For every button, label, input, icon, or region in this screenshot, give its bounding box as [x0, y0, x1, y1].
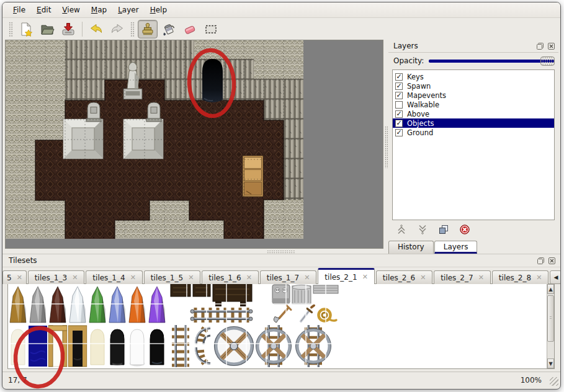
tile-crystal-darkbrown[interactable]	[50, 287, 66, 323]
tileset-tab[interactable]: tiles_1_3 ✕	[28, 270, 85, 284]
tab-close-icon[interactable]: ✕	[362, 273, 368, 281]
window-resize-grip[interactable]	[550, 377, 558, 386]
tab-close-icon[interactable]: ✕	[72, 274, 78, 282]
tile-rail-corner[interactable]	[195, 327, 210, 364]
tile-arch-faint[interactable]	[11, 329, 25, 365]
horizontal-splitter[interactable]	[5, 249, 383, 254]
tab-close-icon[interactable]: ✕	[17, 274, 22, 282]
tab-close-icon[interactable]: ✕	[478, 274, 484, 282]
tab-scroll-left-button[interactable]: ◀	[550, 270, 561, 284]
tile-skull-pillar[interactable]	[272, 285, 290, 304]
tile-crystal-purple[interactable]	[149, 287, 165, 323]
layer-checkbox[interactable]: ✓	[395, 129, 403, 136]
undo-button[interactable]	[86, 20, 106, 38]
scrollbar-thumb[interactable]	[547, 295, 554, 342]
scroll-down-button[interactable]: ▼	[547, 359, 554, 368]
tileset-tab[interactable]: tiles_1_6 ✕	[202, 270, 259, 284]
tile-doorframe-light[interactable]	[48, 326, 67, 367]
scroll-up-button[interactable]: ▲	[547, 284, 554, 294]
eraser-tool-button[interactable]	[180, 20, 200, 38]
tab-close-icon[interactable]: ✕	[536, 274, 542, 282]
close-panel-button[interactable]	[547, 42, 556, 50]
float-panel-button[interactable]	[535, 42, 545, 50]
opacity-slider-handle[interactable]	[540, 56, 555, 66]
raise-layer-button[interactable]	[395, 223, 408, 236]
map-view[interactable]	[5, 40, 383, 249]
tileset-tab[interactable]: 5 ✕	[2, 270, 27, 284]
menu-layer[interactable]: Layer	[112, 4, 144, 16]
tileset-canvas[interactable]	[8, 284, 547, 368]
tileset-tab-selected[interactable]: tiles_2_1 ✕	[318, 268, 375, 284]
layer-checkbox[interactable]: ✓	[395, 120, 403, 127]
menu-edit[interactable]: Edit	[31, 4, 56, 16]
tile-selected-blue[interactable]	[29, 326, 47, 367]
tile-wood-platforms[interactable]	[171, 284, 252, 306]
tile-rope-coil[interactable]	[319, 310, 337, 321]
open-button[interactable]	[37, 20, 57, 38]
stamp-tool-button[interactable]	[138, 20, 158, 38]
tileset-scrollbar[interactable]: ▲ ▼	[547, 284, 554, 368]
layer-row-spawn[interactable]: ✓ Spawn	[393, 81, 554, 91]
menu-view[interactable]: View	[56, 4, 85, 16]
tile-arch-white[interactable]	[130, 329, 145, 367]
toolbar-drag-handle[interactable]	[9, 22, 13, 37]
menu-map[interactable]: Map	[86, 4, 112, 16]
tile-crystal-blue[interactable]	[109, 287, 125, 323]
new-file-button[interactable]	[16, 20, 36, 38]
tile-doorframe-dark[interactable]	[68, 326, 87, 367]
tileset-tab[interactable]: tiles_2_6 ✕	[376, 270, 433, 284]
tile-arch-black-1[interactable]	[110, 329, 124, 365]
tile-shovel[interactable]	[274, 306, 291, 323]
lower-layer-button[interactable]	[416, 223, 429, 236]
layer-checkbox[interactable]: ✓	[395, 110, 403, 118]
fill-tool-button[interactable]	[159, 20, 179, 38]
tileset-tab[interactable]: tiles_1_7 ✕	[260, 270, 317, 284]
tab-close-icon[interactable]: ✕	[130, 274, 136, 282]
menu-file[interactable]: File	[7, 4, 31, 16]
tileset-tab[interactable]: tiles_2_8 ✕	[492, 270, 549, 284]
layer-checkbox[interactable]	[395, 101, 403, 109]
tab-close-icon[interactable]: ✕	[188, 274, 194, 282]
menu-help[interactable]: Help	[145, 4, 172, 16]
tile-crystal-ice[interactable]	[69, 287, 86, 323]
tile-crystal-gold[interactable]	[10, 287, 26, 323]
tile-arch-cream[interactable]	[91, 329, 104, 365]
tile-crystal-orange[interactable]	[129, 287, 145, 323]
duplicate-layer-button[interactable]	[437, 223, 450, 236]
delete-layer-button[interactable]	[458, 223, 472, 236]
tile-crystal-silver[interactable]	[30, 287, 46, 323]
map-canvas[interactable]	[6, 40, 303, 239]
tab-close-icon[interactable]: ✕	[246, 274, 252, 282]
layer-checkbox[interactable]: ✓	[395, 92, 403, 99]
tileset-tiles[interactable]	[8, 284, 547, 367]
layer-row-mapevents[interactable]: ✓ Mapevents	[393, 91, 554, 100]
float-panel-button[interactable]	[536, 256, 545, 265]
opacity-slider[interactable]	[429, 56, 555, 66]
tab-close-icon[interactable]: ✕	[304, 274, 310, 282]
tileset-tab[interactable]: tiles_2_7 ✕	[434, 270, 491, 284]
tab-close-icon[interactable]: ✕	[420, 274, 426, 282]
layer-row-above[interactable]: ✓ Above	[393, 109, 554, 118]
tile-arch-black-2[interactable]	[150, 329, 164, 365]
tile-rail-turntable[interactable]	[215, 327, 254, 366]
layer-row-ground[interactable]: ✓ Ground	[393, 128, 554, 137]
layer-checkbox[interactable]: ✓	[395, 73, 403, 81]
tile-sword[interactable]	[301, 306, 314, 322]
tileset-tab[interactable]: tiles_1_5 ✕	[144, 270, 201, 284]
tile-rail-horizontal[interactable]	[190, 308, 253, 323]
tileset-tab[interactable]: tiles_1_4 ✕	[86, 270, 143, 284]
vertical-splitter[interactable]	[383, 40, 388, 254]
tab-layers[interactable]: Layers	[434, 241, 478, 254]
toolbar-drag-handle-2[interactable]	[130, 22, 135, 37]
layer-row-objects[interactable]: ✓ Objects	[393, 118, 554, 128]
tab-history[interactable]: History	[388, 241, 434, 254]
rect-select-tool-button[interactable]	[201, 20, 221, 38]
tile-crystal-green[interactable]	[89, 287, 105, 323]
layer-row-keys[interactable]: ✓ Keys	[393, 72, 554, 81]
layer-row-walkable[interactable]: Walkable	[393, 100, 554, 109]
layer-checkbox[interactable]: ✓	[395, 82, 403, 90]
save-button[interactable]	[58, 20, 78, 38]
scrollbar-track[interactable]	[547, 294, 554, 359]
tile-stone-column[interactable]	[292, 285, 311, 304]
redo-button[interactable]	[107, 20, 127, 38]
